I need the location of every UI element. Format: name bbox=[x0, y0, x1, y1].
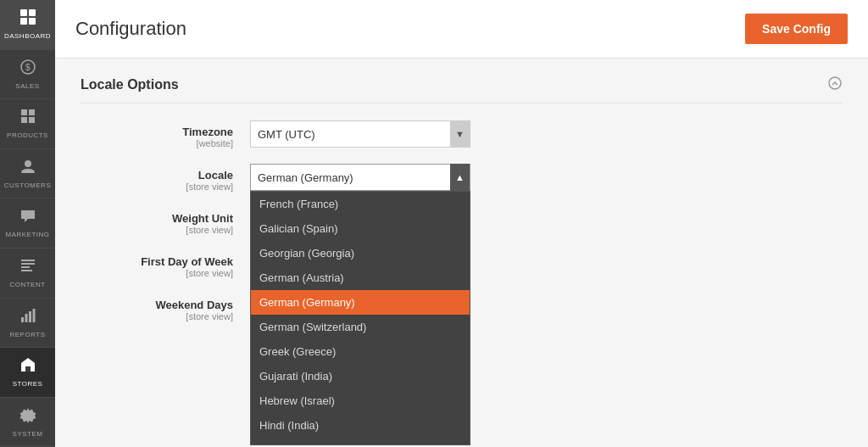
sidebar-item-sales[interactable]: $ SALES bbox=[0, 50, 55, 100]
locale-arrow[interactable]: ▲ bbox=[450, 164, 470, 191]
marketing-icon bbox=[19, 207, 36, 228]
svg-rect-8 bbox=[21, 117, 27, 123]
page-title: Configuration bbox=[75, 18, 186, 40]
svg-rect-7 bbox=[29, 109, 35, 115]
sidebar: DASHBOARD $ SALES PRODUCTS bbox=[0, 0, 55, 447]
first-day-label: First Day of Week [store view] bbox=[81, 250, 250, 278]
svg-rect-12 bbox=[21, 260, 35, 261]
collapse-icon[interactable] bbox=[827, 75, 843, 94]
svg-rect-1 bbox=[29, 9, 36, 16]
dropdown-option[interactable]: Greek (Greece) bbox=[251, 339, 470, 364]
svg-text:$: $ bbox=[25, 63, 30, 72]
timezone-select[interactable]: GMT (UTC) ▼ bbox=[250, 120, 470, 148]
dropdown-option[interactable]: German (Switzerland) bbox=[251, 315, 470, 339]
dropdown-option[interactable]: Georgian (Georgia) bbox=[251, 241, 470, 265]
svg-rect-15 bbox=[21, 270, 32, 271]
main-content: Configuration Save Config Locale Options… bbox=[55, 0, 868, 447]
sidebar-item-system[interactable]: SYSTEM bbox=[0, 398, 55, 447]
section-header: Locale Options bbox=[81, 75, 843, 103]
sidebar-item-label: CuSToMERS bbox=[4, 182, 51, 190]
section-title: Locale Options bbox=[81, 77, 179, 92]
weight-unit-label: Weight Unit [store view] bbox=[81, 207, 250, 235]
svg-rect-16 bbox=[21, 317, 24, 322]
stores-icon bbox=[19, 356, 36, 377]
weekend-days-label: Weekend Days [store view] bbox=[81, 293, 250, 321]
svg-rect-0 bbox=[20, 9, 27, 16]
dashboard-icon bbox=[19, 8, 36, 30]
timezone-arrow[interactable]: ▼ bbox=[450, 120, 470, 148]
svg-rect-3 bbox=[29, 18, 36, 25]
sidebar-item-marketing[interactable]: MARKETING bbox=[0, 198, 55, 249]
dropdown-option[interactable]: Gujarati (India) bbox=[251, 364, 470, 388]
dropdown-option[interactable]: German (Germany) bbox=[251, 290, 470, 315]
timezone-control: GMT (UTC) ▼ bbox=[250, 120, 843, 148]
svg-rect-9 bbox=[29, 117, 35, 123]
sidebar-item-label: CONTENT bbox=[9, 281, 45, 289]
dropdown-option[interactable]: Hungarian (Hungary) bbox=[251, 438, 470, 445]
dropdown-option[interactable]: French (France) bbox=[251, 192, 470, 216]
system-icon bbox=[19, 406, 36, 427]
svg-rect-13 bbox=[21, 263, 35, 265]
locale-control: German (Germany) ▲ French (France)Galici… bbox=[250, 164, 843, 191]
reports-icon bbox=[19, 307, 36, 328]
svg-rect-6 bbox=[21, 109, 27, 115]
locale-label: Locale [store view] bbox=[81, 164, 250, 192]
dropdown-option[interactable]: Galician (Spain) bbox=[251, 216, 470, 241]
dropdown-option[interactable]: German (Austria) bbox=[251, 265, 470, 290]
sidebar-item-label: PRODUCTS bbox=[7, 131, 48, 140]
products-icon bbox=[19, 108, 36, 129]
svg-rect-19 bbox=[32, 309, 35, 322]
dropdown-option[interactable]: Hebrew (Israel) bbox=[251, 388, 470, 413]
locale-select[interactable]: German (Germany) ▲ bbox=[250, 164, 470, 191]
content-icon bbox=[19, 257, 36, 278]
svg-rect-20 bbox=[25, 366, 31, 372]
timezone-value: GMT (UTC) bbox=[258, 128, 315, 141]
content-area: Locale Options Timezone [website] GMT (U… bbox=[55, 59, 868, 447]
timezone-row: Timezone [website] GMT (UTC) ▼ bbox=[81, 120, 843, 148]
customers-icon bbox=[19, 158, 36, 179]
locale-dropdown[interactable]: French (France)Galician (Spain)Georgian … bbox=[250, 191, 470, 445]
sidebar-item-label: STORES bbox=[13, 380, 43, 388]
sidebar-item-dashboard[interactable]: DASHBOARD bbox=[0, 0, 55, 50]
sales-icon: $ bbox=[19, 59, 36, 80]
sidebar-item-products[interactable]: PRODUCTS bbox=[0, 99, 55, 149]
svg-rect-14 bbox=[21, 266, 30, 268]
svg-rect-18 bbox=[29, 311, 31, 322]
svg-marker-11 bbox=[21, 210, 35, 222]
svg-point-10 bbox=[25, 160, 31, 167]
locale-row: Locale [store view] German (Germany) ▲ F… bbox=[81, 164, 843, 192]
dropdown-option[interactable]: Hindi (India) bbox=[251, 413, 470, 438]
locale-value: German (Germany) bbox=[258, 171, 353, 184]
timezone-label: Timezone [website] bbox=[81, 120, 250, 148]
sidebar-item-label: MARKETING bbox=[5, 231, 49, 239]
sidebar-item-content[interactable]: CONTENT bbox=[0, 249, 55, 299]
sidebar-item-stores[interactable]: STORES bbox=[0, 348, 55, 398]
sidebar-item-customers[interactable]: CuSToMERS bbox=[0, 149, 55, 199]
sidebar-item-reports[interactable]: REPORTS bbox=[0, 299, 55, 349]
svg-rect-17 bbox=[25, 314, 27, 322]
save-config-button[interactable]: Save Config bbox=[745, 14, 848, 44]
page-header: Configuration Save Config bbox=[55, 0, 868, 59]
sidebar-item-label: REPORTS bbox=[9, 331, 45, 339]
svg-rect-2 bbox=[20, 18, 27, 25]
sidebar-item-label: SALES bbox=[15, 82, 39, 91]
sidebar-item-label: DASHBOARD bbox=[4, 32, 51, 41]
sidebar-item-label: SYSTEM bbox=[13, 430, 43, 439]
